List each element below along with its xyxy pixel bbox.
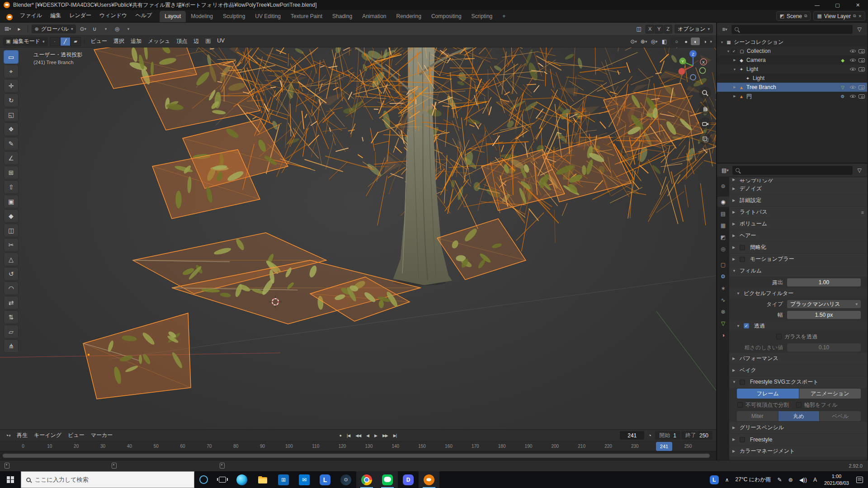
subpanel-透過[interactable]: ▼✓透過 <box>729 320 867 331</box>
minimize-button[interactable]: — <box>807 0 827 10</box>
option-不可視頂点で分割[interactable]: 不可視頂点で分割 <box>737 401 789 409</box>
editor-type-icon[interactable]: ⊞▾ <box>3 24 13 33</box>
properties-editor-type-icon[interactable]: ▤▾ <box>720 166 730 175</box>
expander-icon[interactable]: ▶ <box>732 198 737 202</box>
workspace-tab-uv-editing[interactable]: UV Editing <box>250 11 286 22</box>
timeline-menu-再生[interactable]: 再生 <box>14 430 31 441</box>
jump-end-button[interactable]: ▶| <box>391 432 399 439</box>
tool-move[interactable]: ✛ <box>4 79 19 93</box>
taskbar-app-blender[interactable] <box>419 471 439 488</box>
pivot-point-dropdown[interactable]: ⊙▾ <box>78 24 88 33</box>
cortana-button[interactable] <box>194 471 213 488</box>
tool-loop-cut[interactable]: ◫ <box>4 224 19 237</box>
tool-shear[interactable]: ▱ <box>4 325 19 338</box>
snap-magnet-icon[interactable]: ∪ <box>90 24 99 33</box>
workspace-tab-texture-paint[interactable]: Texture Paint <box>286 11 327 22</box>
expander-icon[interactable]: ▶ <box>731 58 738 62</box>
outliner-row-Light[interactable]: ▼✦Light <box>717 65 867 74</box>
checkbox[interactable] <box>737 402 743 408</box>
hide-in-viewport-icon[interactable] <box>849 66 856 72</box>
show-gizmo-icon[interactable]: ⊕▾ <box>639 37 649 46</box>
proportional-dropdown[interactable]: ▾ <box>124 24 133 33</box>
properties-tab-constraints[interactable]: ⊗ <box>717 306 729 317</box>
menu-ヘルプ[interactable]: ヘルプ <box>131 9 156 22</box>
new-scene-icon[interactable]: ⧉ <box>804 14 807 19</box>
checkbox[interactable] <box>740 380 745 385</box>
shading-solid-icon[interactable]: ● <box>681 38 690 45</box>
properties-tab-physics[interactable]: ∿ <box>717 295 729 305</box>
tool-measure[interactable]: ∠ <box>4 151 19 165</box>
current-frame-field[interactable]: 241 <box>620 431 644 440</box>
checkbox[interactable] <box>740 437 745 442</box>
button-Miter[interactable]: Miter <box>737 411 778 421</box>
close-button[interactable]: ✕ <box>848 0 868 10</box>
taskbar-app-discord[interactable]: D <box>398 471 419 488</box>
expander-icon[interactable]: ▼ <box>719 41 725 44</box>
expander-icon[interactable]: ▼ <box>731 68 738 71</box>
current-frame-indicator[interactable]: 241 <box>656 442 672 451</box>
remove-view-layer-icon[interactable]: ✕ <box>858 14 862 19</box>
taskbar-app-line-works[interactable]: L <box>315 471 335 488</box>
tool-inset-faces[interactable]: ▣ <box>4 195 19 208</box>
properties-tab-active-tool[interactable]: ⊚ <box>717 181 729 191</box>
taskbar-app-chrome[interactable] <box>356 471 377 488</box>
expander-icon[interactable]: ▶ <box>732 178 737 182</box>
expander-icon[interactable]: ▶ <box>732 368 737 372</box>
mirror-y-button[interactable]: Y <box>655 25 663 33</box>
viewport-menu-追加[interactable]: 追加 <box>127 36 145 47</box>
property-ガラスを透過[interactable]: ガラスを透過 <box>729 331 867 342</box>
face-select-button[interactable]: ▰ <box>71 37 81 46</box>
frame-start-field[interactable]: 開始 1 <box>655 431 680 440</box>
expander-icon[interactable]: ▶ <box>732 245 737 249</box>
workspace-tab-scripting[interactable]: Scripting <box>467 11 498 22</box>
workspace-tab-rendering[interactable]: Rendering <box>392 11 426 22</box>
editor-handle-icon[interactable] <box>112 463 117 469</box>
properties-tab-output[interactable]: ▤ <box>717 208 729 219</box>
disable-in-renders-icon[interactable] <box>859 67 865 71</box>
expander-icon[interactable]: ▶ <box>732 449 737 453</box>
checkbox[interactable] <box>776 334 782 339</box>
button-ベベル[interactable]: ベベル <box>820 411 861 421</box>
panel-カラーマネージメント[interactable]: ▶カラーマネージメント <box>729 446 867 457</box>
panel-ヘアー[interactable]: ▶ヘアー <box>729 230 867 241</box>
modifier-icon[interactable]: ⚙ <box>839 94 846 99</box>
navigation-gizmo[interactable]: ZYX <box>675 48 711 85</box>
toggle-perspective-button[interactable] <box>699 133 711 145</box>
show-overlays-icon[interactable]: ◎▾ <box>649 37 659 46</box>
panel-モーションブラー[interactable]: ▶モーションブラー <box>729 253 867 265</box>
transform-orientation-dropdown[interactable]: ⊕ グローバル ▾ <box>32 24 76 33</box>
expander-icon[interactable]: ▼ <box>736 324 741 328</box>
tool-add-cube[interactable]: ⊞ <box>4 166 19 179</box>
outliner-row-Tree Branch[interactable]: ▶▲Tree Branch▽ <box>717 83 867 92</box>
taskbar-search-input[interactable]: ここに入力して検索 <box>21 471 194 488</box>
viewport-menu-辺[interactable]: 辺 <box>190 36 202 47</box>
hide-in-viewport-icon[interactable] <box>849 84 856 90</box>
tool-spin[interactable]: ↺ <box>4 267 19 281</box>
menu-ウィンドウ[interactable]: ウィンドウ <box>95 9 131 22</box>
mesh-data-icon[interactable]: ▽ <box>839 85 846 90</box>
tool-bevel[interactable]: ◆ <box>4 209 19 223</box>
checkbox[interactable] <box>796 402 802 408</box>
action-center-button[interactable] <box>853 471 866 488</box>
shading-dropdown-icon[interactable]: ▾ <box>710 39 712 44</box>
workspace-tab-shading[interactable]: Shading <box>327 11 357 22</box>
panel-ベイク[interactable]: ▶ベイク <box>729 365 867 376</box>
properties-tab-scene[interactable]: ◩ <box>717 232 729 242</box>
panel-Freestyle SVGエクスポート[interactable]: ▼Freestyle SVGエクスポート <box>729 376 867 388</box>
viewport-scene[interactable] <box>0 47 716 429</box>
hide-in-viewport-icon[interactable] <box>849 93 856 99</box>
expander-icon[interactable]: ▼ <box>736 291 741 296</box>
viewport-menu-面[interactable]: 面 <box>202 36 214 47</box>
viewport-canvas[interactable]: ▭⌖✛↻◱❖✎∠⊞⇧▣◆◫✂△↺◠⇄⇅▱⋔ ユーザー・透視投影 (241) Tr… <box>0 47 716 429</box>
panel-パフォーマンス[interactable]: ▶パフォーマンス <box>729 353 867 364</box>
horizontal-scrollbar[interactable] <box>3 454 710 458</box>
mode-dropdown[interactable]: ▣ 編集モード ▾ <box>3 37 48 46</box>
editor-handle-icon[interactable] <box>5 463 9 469</box>
tool-rotate[interactable]: ↻ <box>4 94 19 107</box>
timeline-ruler[interactable]: 0102030405060708090100110120130140150160… <box>0 441 716 451</box>
volume-tray-icon[interactable]: ◀)) <box>796 471 810 488</box>
panel-詳細設定[interactable]: ▶詳細設定 <box>729 195 867 206</box>
timeline-menu-キーイング[interactable]: キーイング <box>31 430 65 441</box>
auto-keying-button[interactable]: ● <box>337 432 344 439</box>
tool-extrude-region[interactable]: ⇧ <box>4 180 19 194</box>
